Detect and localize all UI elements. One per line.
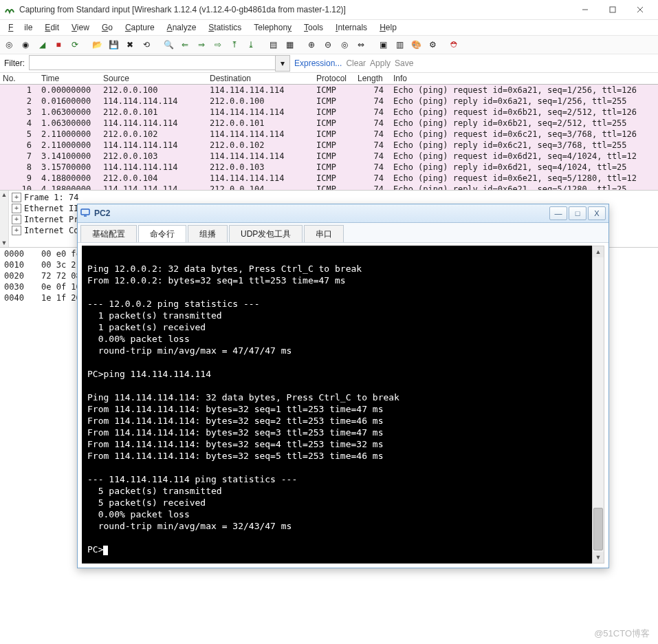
tab-cmd[interactable]: 命令行 <box>138 225 186 242</box>
titlebar: Capturing from Standard input [Wireshark… <box>0 0 658 20</box>
back-icon[interactable]: ⇐ <box>177 37 193 52</box>
filter-dropdown-icon[interactable]: ▾ <box>275 55 290 72</box>
pc2-minimize-button[interactable]: — <box>549 206 567 220</box>
filterbar: Filter: ▾ Expression... Clear Apply Save <box>0 54 658 73</box>
pc2-title: PC2 <box>94 208 548 218</box>
tab-serial[interactable]: 串口 <box>304 225 344 242</box>
expand-icon[interactable]: + <box>12 226 21 235</box>
pc2-titlebar: PC2 — □ X <box>78 204 608 223</box>
table-row[interactable]: 94.18800000212.0.0.104114.114.114.114ICM… <box>0 173 658 184</box>
svg-rect-1 <box>610 7 615 12</box>
menu-file[interactable]: File <box>3 21 38 34</box>
col-length[interactable]: Length <box>355 74 391 83</box>
table-row[interactable]: 52.11000000212.0.0.102114.114.114.114ICM… <box>0 129 658 140</box>
options-icon[interactable]: ◉ <box>18 37 33 52</box>
find-icon[interactable]: 🔍 <box>161 37 176 52</box>
packet-list[interactable]: No. Time Source Destination Protocol Len… <box>0 73 658 190</box>
goto-icon[interactable]: ⇨ <box>210 37 226 52</box>
pc2-scrollbar[interactable]: ▲ ▼ <box>592 246 604 314</box>
first-icon[interactable]: ⤒ <box>227 37 242 52</box>
tab-udp[interactable]: UDP发包工具 <box>229 225 303 242</box>
save-icon[interactable]: 💾 <box>106 37 121 52</box>
table-row[interactable]: 20.01600000114.114.114.114212.0.0.100ICM… <box>0 96 658 107</box>
window-title: Capturing from Standard input [Wireshark… <box>19 5 571 14</box>
tab-multicast[interactable]: 组播 <box>188 225 228 242</box>
filter-input[interactable] <box>29 55 275 70</box>
interfaces-icon[interactable]: ◎ <box>1 37 17 52</box>
svg-rect-4 <box>81 209 89 215</box>
reload-icon[interactable]: ⟲ <box>139 37 154 52</box>
col-no[interactable]: No. <box>0 74 39 83</box>
maximize-button[interactable] <box>599 1 626 18</box>
table-row[interactable]: 31.06300000212.0.0.101114.114.114.114ICM… <box>0 107 658 118</box>
clear-button[interactable]: Clear <box>346 58 366 68</box>
expand-icon[interactable]: + <box>12 204 21 213</box>
forward-icon[interactable]: ⇒ <box>194 37 209 52</box>
wireshark-icon <box>4 4 15 15</box>
expand-icon[interactable]: + <box>12 215 21 224</box>
menu-go[interactable]: Go <box>96 21 118 34</box>
col-time[interactable]: Time <box>39 74 100 83</box>
open-icon[interactable]: 📂 <box>89 37 105 52</box>
menu-tools[interactable]: Tools <box>298 21 329 34</box>
save-filter-button[interactable]: Save <box>395 58 413 68</box>
expand-icon[interactable]: + <box>12 193 21 202</box>
terminal-output: Ping 12.0.0.2: 32 data bytes, Press Ctrl… <box>87 264 399 314</box>
coloring-rules-icon[interactable]: 🎨 <box>408 37 424 52</box>
restart-capture-icon[interactable]: ⟳ <box>67 37 83 52</box>
menu-capture[interactable]: Capture <box>120 21 160 34</box>
pc2-close-button[interactable]: X <box>588 206 606 220</box>
stop-capture-icon[interactable]: ■ <box>51 37 66 52</box>
last-icon[interactable]: ⤓ <box>243 37 259 52</box>
zoom-reset-icon[interactable]: ◎ <box>337 37 352 52</box>
tab-basic[interactable]: 基础配置 <box>80 225 137 242</box>
pc2-icon <box>80 208 91 219</box>
packet-list-header: No. Time Source Destination Protocol Len… <box>0 73 658 85</box>
toolbar: ◎ ◉ ◢ ■ ⟳ 📂 💾 ✖ ⟲ 🔍 ⇐ ⇒ ⇨ ⤒ ⤓ ▤ ▦ ⊕ ⊖ ◎ … <box>0 35 658 54</box>
col-protocol[interactable]: Protocol <box>314 74 355 83</box>
details-scrollbar[interactable]: ▲ ▼ <box>0 191 9 247</box>
display-filters-icon[interactable]: ▥ <box>392 37 407 52</box>
colorize-icon[interactable]: ▤ <box>265 37 281 52</box>
close-button[interactable] <box>626 1 654 18</box>
table-row[interactable]: 10.00000000212.0.0.100114.114.114.114ICM… <box>0 85 658 96</box>
capture-filters-icon[interactable]: ▣ <box>375 37 391 52</box>
pc2-window: PC2 — □ X 基础配置 命令行 组播 UDP发包工具 串口 Ping 12… <box>77 204 609 314</box>
filter-label: Filter: <box>4 58 25 68</box>
col-source[interactable]: Source <box>100 74 207 83</box>
apply-button[interactable]: Apply <box>370 58 391 68</box>
table-row[interactable]: 62.11000000114.114.114.114212.0.0.102ICM… <box>0 140 658 151</box>
scroll-down-icon[interactable]: ▼ <box>0 239 8 247</box>
table-row[interactable]: 73.14100000212.0.0.103114.114.114.114ICM… <box>0 151 658 162</box>
pc2-tabs: 基础配置 命令行 组播 UDP发包工具 串口 <box>78 223 608 243</box>
col-info[interactable]: Info <box>391 74 658 83</box>
pc2-terminal[interactable]: Ping 12.0.0.2: 32 data bytes, Press Ctrl… <box>82 246 604 314</box>
menu-analyze[interactable]: Analyze <box>162 21 202 34</box>
zoom-out-icon[interactable]: ⊖ <box>320 37 336 52</box>
prefs-icon[interactable]: ⚙ <box>425 37 440 52</box>
table-row[interactable]: 41.06300000114.114.114.114212.0.0.101ICM… <box>0 118 658 129</box>
col-destination[interactable]: Destination <box>207 74 314 83</box>
resize-cols-icon[interactable]: ⇔ <box>353 37 369 52</box>
pc2-maximize-button[interactable]: □ <box>569 206 586 220</box>
expression-button[interactable]: Expression... <box>294 58 342 68</box>
pc2-scroll-up-icon[interactable]: ▲ <box>593 246 604 257</box>
zoom-in-icon[interactable]: ⊕ <box>304 37 319 52</box>
menu-internals[interactable]: Internals <box>330 21 373 34</box>
start-capture-icon[interactable]: ◢ <box>34 37 50 52</box>
menubar: File Edit View Go Capture Analyze Statis… <box>0 20 658 35</box>
menu-view[interactable]: View <box>66 21 95 34</box>
menu-statistics[interactable]: Statistics <box>203 21 247 34</box>
menu-telephony[interactable]: Telephony <box>248 21 297 34</box>
menu-edit[interactable]: Edit <box>39 21 65 34</box>
close-file-icon[interactable]: ✖ <box>122 37 138 52</box>
autoscroll-icon[interactable]: ▦ <box>282 37 297 52</box>
scroll-up-icon[interactable]: ▲ <box>0 191 8 199</box>
table-row[interactable]: 104.18800000114.114.114.114212.0.0.104IC… <box>0 184 658 190</box>
help-icon[interactable]: ⛑ <box>447 37 462 52</box>
table-row[interactable]: 83.15700000114.114.114.114212.0.0.103ICM… <box>0 162 658 173</box>
details-row[interactable]: +Frame 1: 74 <box>9 192 658 203</box>
minimize-button[interactable] <box>571 1 599 18</box>
menu-help[interactable]: Help <box>374 21 402 34</box>
